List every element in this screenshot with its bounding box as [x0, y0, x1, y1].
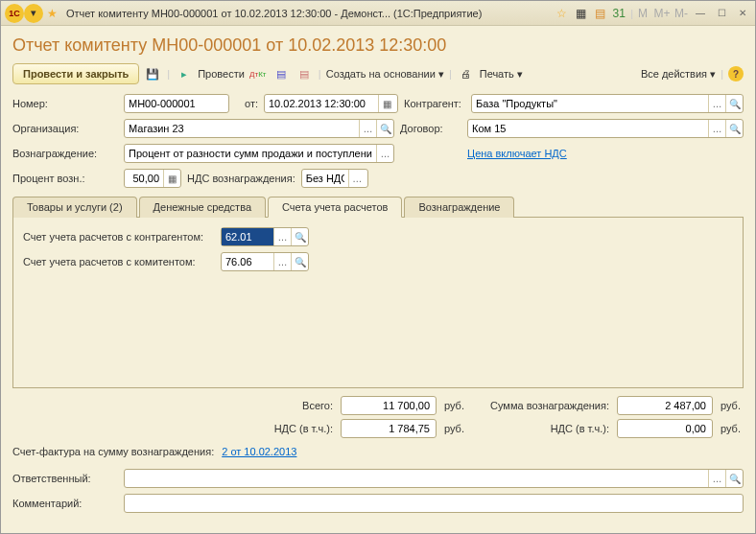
date-label: от:	[235, 98, 258, 109]
responsible-input[interactable]	[125, 470, 708, 487]
logo-1c-icon[interactable]: 1C	[5, 4, 24, 23]
tool-icon-1[interactable]: ▦	[572, 5, 589, 22]
select-button[interactable]: …	[348, 170, 366, 187]
save-close-button[interactable]: Провести и закрыть	[12, 63, 139, 84]
reward-sum-label: Сумма вознаграждения:	[475, 400, 609, 411]
contract-input[interactable]	[468, 120, 708, 137]
reward-input[interactable]	[125, 145, 376, 162]
print-button[interactable]: Печать ▾	[480, 68, 523, 81]
minimize-button[interactable]: —	[692, 6, 709, 21]
open-button[interactable]: 🔍	[376, 120, 393, 137]
post-button[interactable]: Провести	[198, 68, 245, 80]
open-button[interactable]: 🔍	[291, 253, 308, 270]
select-button[interactable]: …	[708, 95, 725, 112]
reward-label: Вознаграждение:	[12, 148, 118, 159]
create-based-button[interactable]: Создать на основании ▾	[326, 68, 444, 81]
tab-content: Счет учета расчетов с контрагентом: … 🔍 …	[12, 218, 744, 388]
date-input-wrap: ▦	[264, 94, 398, 113]
unit: руб.	[444, 400, 467, 411]
m-icon[interactable]: M	[634, 5, 651, 22]
number-label: Номер:	[12, 98, 118, 109]
select-button[interactable]: …	[273, 228, 291, 245]
favorite-icon[interactable]: ★	[43, 5, 60, 22]
toolbar: Провести и закрыть 💾 | ▸ Провести ДтКт ▤…	[12, 63, 744, 84]
percent-input-wrap: ▦	[124, 169, 181, 188]
reward-vat-label: НДС (в т.ч.):	[475, 423, 609, 434]
percent-input[interactable]	[125, 170, 163, 187]
tab-reward[interactable]: Вознаграждение	[404, 197, 514, 218]
m-plus-icon[interactable]: M+	[653, 5, 671, 22]
doc-icon[interactable]: ▤	[272, 64, 291, 83]
price-includes-vat-link[interactable]: Цена включает НДС	[467, 148, 567, 159]
open-button[interactable]: 🔍	[725, 470, 743, 487]
all-actions-button[interactable]: Все действия ▾	[641, 68, 716, 81]
reward-sum-input[interactable]	[617, 396, 713, 415]
list-icon[interactable]: ▤	[295, 64, 314, 83]
tabs: Товары и услуги (2) Денежные средства Сч…	[12, 196, 744, 218]
vat-reward-input-wrap: …	[301, 169, 368, 188]
responsible-label: Ответственный:	[12, 473, 118, 484]
contract-label: Договор:	[400, 123, 461, 134]
unit: руб.	[444, 423, 467, 434]
select-button[interactable]: …	[273, 253, 291, 270]
number-input[interactable]	[125, 95, 228, 112]
window-title: Отчет комитенту МН00-000001 от 10.02.201…	[66, 8, 553, 19]
dtkt-icon[interactable]: ДтКт	[248, 64, 268, 83]
total-label: Всего:	[302, 400, 333, 411]
acc1-input-wrap: … 🔍	[221, 227, 309, 246]
date-input[interactable]	[265, 95, 378, 112]
totals: Всего: руб. Сумма вознаграждения: руб. Н…	[12, 396, 744, 438]
responsible-input-wrap: … 🔍	[124, 469, 744, 488]
org-input-wrap: … 🔍	[124, 119, 394, 138]
open-button[interactable]: 🔍	[291, 228, 308, 245]
maximize-button[interactable]: ☐	[713, 6, 730, 21]
vat-label: НДС (в т.ч.):	[274, 423, 333, 434]
contract-input-wrap: … 🔍	[467, 119, 744, 138]
calc-icon[interactable]: ▦	[163, 170, 180, 187]
invoice-label: Счет-фактура на сумму вознаграждения:	[12, 446, 214, 457]
select-button[interactable]: …	[708, 470, 725, 487]
post-icon[interactable]: ▸	[175, 64, 194, 83]
unit: руб.	[721, 400, 744, 411]
select-button[interactable]: …	[359, 120, 376, 137]
total-input[interactable]	[341, 396, 437, 415]
unit: руб.	[721, 423, 744, 434]
m-minus-icon[interactable]: M-	[673, 5, 690, 22]
calculator-icon[interactable]: ▤	[591, 5, 608, 22]
print-icon[interactable]: 🖨	[457, 64, 476, 83]
reward-input-wrap: …	[124, 144, 394, 163]
org-input[interactable]	[125, 120, 359, 137]
help-icon[interactable]: ?	[728, 66, 744, 81]
acc2-input-wrap: … 🔍	[221, 252, 309, 271]
page-title: Отчет комитенту МН00-000001 от 10.02.201…	[12, 35, 744, 56]
vat-input[interactable]	[341, 419, 437, 438]
acc2-input[interactable]	[222, 253, 273, 270]
vat-reward-input[interactable]	[302, 170, 348, 187]
acc1-label: Счет учета расчетов с контрагентом:	[23, 231, 215, 243]
acc1-input[interactable]	[222, 228, 273, 245]
org-label: Организация:	[12, 123, 118, 134]
invoice-link[interactable]: 2 от 10.02.2013	[222, 446, 296, 457]
comment-label: Комментарий:	[12, 498, 118, 509]
save-icon[interactable]: 💾	[143, 64, 162, 83]
comment-input-wrap	[124, 494, 744, 513]
select-button[interactable]: …	[708, 120, 725, 137]
open-button[interactable]: 🔍	[725, 120, 743, 137]
open-button[interactable]: 🔍	[725, 95, 743, 112]
acc2-label: Счет учета расчетов с комитентом:	[23, 256, 215, 267]
counterparty-input-wrap: … 🔍	[471, 94, 744, 113]
close-button[interactable]: ✕	[734, 6, 751, 21]
calendar-icon[interactable]: 31	[610, 5, 627, 22]
tab-goods[interactable]: Товары и услуги (2)	[12, 197, 137, 218]
counterparty-input[interactable]	[472, 95, 708, 112]
select-button[interactable]: …	[376, 145, 393, 162]
vat-reward-label: НДС вознаграждения:	[187, 173, 295, 184]
tab-accounts[interactable]: Счета учета расчетов	[268, 197, 402, 218]
tab-money[interactable]: Денежные средства	[139, 197, 266, 218]
dropdown-icon[interactable]: ▾	[24, 4, 43, 23]
reward-vat-input[interactable]	[617, 419, 713, 438]
calendar-picker-icon[interactable]: ▦	[378, 95, 395, 112]
star-icon[interactable]: ☆	[553, 5, 570, 22]
comment-input[interactable]	[125, 495, 743, 512]
separator: |	[630, 8, 633, 19]
